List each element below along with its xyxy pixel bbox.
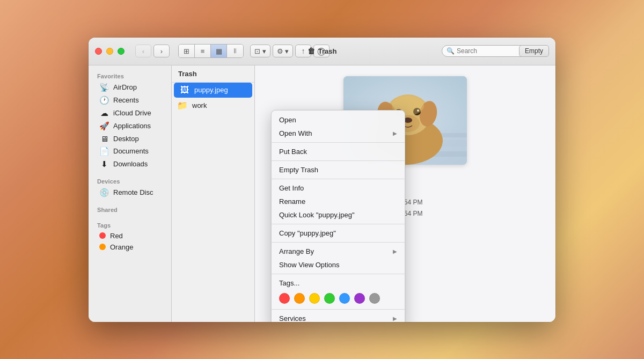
- title-bar: ‹ › ⊞ ≡ ▦ ⫴ ⊡ ▾ ⚙ ▾ ↑ ◯ 🗑 Trash 🔍 Empty: [89, 38, 555, 65]
- context-tags[interactable]: Tags...: [272, 276, 405, 290]
- red-tag-dot: [99, 232, 106, 239]
- context-show-view-options[interactable]: Show View Options: [272, 258, 405, 272]
- sidebar-item-red[interactable]: Red: [91, 230, 169, 241]
- context-put-back[interactable]: Put Back: [272, 145, 405, 158]
- separator-7: [272, 309, 405, 310]
- toolbar: ‹ › ⊞ ≡ ▦ ⫴ ⊡ ▾ ⚙ ▾ ↑ ◯: [135, 44, 330, 58]
- separator-3: [272, 179, 405, 179]
- documents-icon: 📄: [99, 146, 109, 156]
- context-services[interactable]: Services ▶: [272, 312, 405, 322]
- finder-window: ‹ › ⊞ ≡ ▦ ⫴ ⊡ ▾ ⚙ ▾ ↑ ◯ 🗑 Trash 🔍 Empty: [89, 38, 555, 322]
- devices-header: Devices: [89, 175, 171, 186]
- view-buttons: ⊞ ≡ ▦ ⫴: [178, 44, 244, 58]
- context-tag-dots: [272, 290, 405, 307]
- downloads-icon: ⬇: [99, 159, 109, 169]
- search-icon: 🔍: [447, 47, 455, 55]
- sidebar-item-desktop-label: Desktop: [113, 135, 139, 143]
- file-pane: Trash 🖼 puppy.jpeg 📁 work: [172, 65, 255, 322]
- work-filename: work: [192, 101, 207, 109]
- orange-tag-dot: [99, 244, 106, 250]
- desktop-icon: 🖥: [99, 134, 109, 143]
- main-content: Favorites 📡 AirDrop 🕐 Recents ☁ iCloud D…: [89, 65, 555, 322]
- services-arrow: ▶: [393, 316, 397, 321]
- tag-dot-yellow[interactable]: [309, 293, 320, 304]
- airdrop-icon: 📡: [99, 83, 109, 92]
- sidebar-item-orange-label: Orange: [110, 243, 133, 251]
- context-get-info[interactable]: Get Info: [272, 181, 405, 195]
- context-copy[interactable]: Copy "puppy.jpeg": [272, 226, 405, 240]
- separator-2: [272, 160, 405, 161]
- grid-view-button[interactable]: ▦: [211, 45, 227, 57]
- action-button[interactable]: ⚙ ▾: [273, 45, 293, 57]
- sidebar-item-icloud-label: iCloud Drive: [113, 109, 151, 117]
- tag-dot-blue[interactable]: [339, 293, 350, 304]
- file-item-puppy[interactable]: 🖼 puppy.jpeg: [174, 83, 252, 98]
- sidebar-item-documents-label: Documents: [113, 147, 149, 155]
- tag-dot-gray[interactable]: [369, 293, 380, 304]
- window-title-area: 🗑 Trash: [308, 47, 337, 55]
- recents-icon: 🕐: [99, 96, 109, 105]
- context-menu: Open Open With ▶ Put Back Empty Trash Ge…: [271, 110, 405, 322]
- traffic-lights: [95, 48, 125, 55]
- sidebar: Favorites 📡 AirDrop 🕐 Recents ☁ iCloud D…: [89, 65, 172, 322]
- separator-1: [272, 142, 405, 143]
- context-open-with[interactable]: Open With ▶: [272, 127, 405, 140]
- separator-6: [272, 274, 405, 274]
- close-button[interactable]: [95, 48, 102, 55]
- applications-icon: 🚀: [99, 121, 109, 131]
- context-open[interactable]: Open: [272, 113, 405, 127]
- tag-dot-orange[interactable]: [294, 293, 305, 304]
- favorites-header: Favorites: [89, 70, 171, 81]
- list-view-button[interactable]: ≡: [195, 45, 211, 57]
- sidebar-item-applications-label: Applications: [113, 122, 151, 130]
- sidebar-item-airdrop-label: AirDrop: [113, 83, 137, 91]
- sidebar-item-icloud[interactable]: ☁ iCloud Drive: [91, 107, 169, 120]
- sidebar-item-downloads-label: Downloads: [113, 160, 148, 168]
- context-rename[interactable]: Rename: [272, 195, 405, 208]
- sidebar-item-recents[interactable]: 🕐 Recents: [91, 94, 169, 107]
- sidebar-item-recents-label: Recents: [113, 96, 139, 104]
- sidebar-item-red-label: Red: [110, 232, 123, 240]
- tags-header: Tags: [89, 219, 171, 230]
- puppy-file-icon: 🖼: [179, 85, 190, 95]
- sidebar-item-orange[interactable]: Orange: [91, 241, 169, 253]
- icon-view-button[interactable]: ⊞: [179, 45, 195, 57]
- back-button[interactable]: ‹: [135, 45, 151, 57]
- empty-button[interactable]: Empty: [519, 45, 549, 57]
- icloud-icon: ☁: [99, 108, 109, 118]
- tag-dot-green[interactable]: [324, 293, 335, 304]
- tag-dot-purple[interactable]: [354, 293, 365, 304]
- context-empty-trash[interactable]: Empty Trash: [272, 163, 405, 177]
- sidebar-item-airdrop[interactable]: 📡 AirDrop: [91, 81, 169, 94]
- column-view-button[interactable]: ⫴: [227, 45, 243, 57]
- sidebar-item-documents[interactable]: 📄 Documents: [91, 145, 169, 158]
- trash-icon: 🗑: [308, 47, 315, 55]
- context-arrange-by[interactable]: Arrange By ▶: [272, 245, 405, 258]
- sidebar-item-applications[interactable]: 🚀 Applications: [91, 120, 169, 133]
- sidebar-item-remote-disc[interactable]: 💿 Remote Disc: [91, 186, 169, 199]
- file-pane-header: Trash: [172, 65, 254, 83]
- sidebar-item-downloads[interactable]: ⬇ Downloads: [91, 158, 169, 171]
- window-title: Trash: [318, 47, 337, 55]
- file-item-work[interactable]: 📁 work: [172, 98, 254, 113]
- separator-5: [272, 242, 405, 243]
- arrange-by-arrow: ▶: [393, 248, 397, 254]
- maximize-button[interactable]: [118, 48, 125, 55]
- separator-4: [272, 224, 405, 224]
- group-button[interactable]: ⊡ ▾: [250, 45, 270, 57]
- shared-header: Shared: [89, 203, 171, 215]
- minimize-button[interactable]: [106, 48, 113, 55]
- context-quick-look[interactable]: Quick Look "puppy.jpeg": [272, 208, 405, 222]
- open-with-arrow: ▶: [393, 130, 397, 136]
- sidebar-item-desktop[interactable]: 🖥 Desktop: [91, 133, 169, 145]
- work-folder-icon: 📁: [177, 100, 188, 111]
- forward-button[interactable]: ›: [153, 45, 170, 57]
- remote-disc-icon: 💿: [99, 188, 109, 197]
- sidebar-item-remote-disc-label: Remote Disc: [113, 188, 153, 196]
- puppy-filename: puppy.jpeg: [194, 86, 228, 94]
- tag-dot-red[interactable]: [279, 293, 290, 304]
